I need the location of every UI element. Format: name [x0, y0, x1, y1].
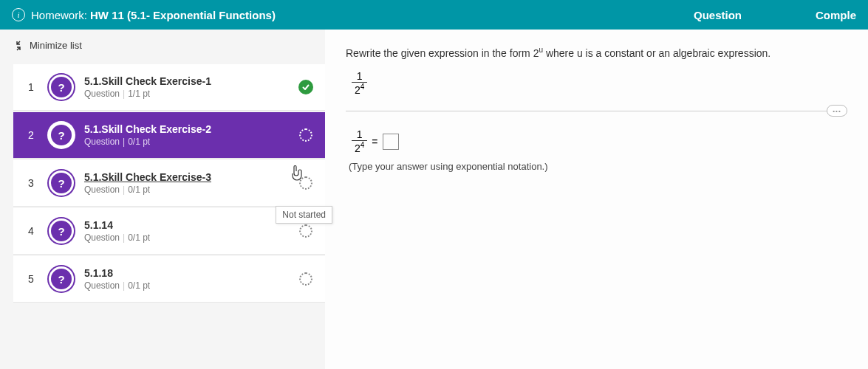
question-list-sidebar: Minimize list 1?5.1.Skill Check Exercise… — [0, 30, 325, 369]
header-homework-prefix: Homework: — [31, 9, 87, 21]
question-mark-icon: ? — [49, 123, 74, 148]
question-mark-icon: ? — [49, 170, 74, 196]
question-item-5[interactable]: 5?5.1.18Question|0/1 pt — [13, 256, 325, 303]
question-meta: Question|0/1 pt — [84, 280, 294, 291]
status-not-started-icon — [294, 176, 318, 190]
info-icon[interactable]: i — [12, 8, 25, 21]
question-title: 5.1.Skill Check Exercise-3 — [84, 171, 294, 183]
question-mark-icon: ? — [49, 266, 74, 292]
question-number: 1 — [13, 81, 49, 93]
question-mark-icon: ? — [49, 75, 74, 100]
answer-row: 1 24 = — [352, 129, 847, 154]
header-question-label: Question — [694, 9, 742, 21]
status-complete-icon — [294, 80, 318, 94]
equals-sign: = — [372, 136, 377, 148]
divider: ••• — [346, 111, 847, 111]
question-list: 1?5.1.Skill Check Exercise-1Question|1/1… — [0, 64, 325, 303]
tooltip-not-started: Not started — [276, 206, 332, 224]
question-item-2[interactable]: 2?5.1.Skill Check Exercise-2Question|0/1… — [13, 112, 325, 159]
question-title: 5.1.Skill Check Exercise-1 — [84, 75, 294, 87]
question-meta: Question|0/1 pt — [84, 184, 294, 195]
question-prompt: Rewrite the given expression in the form… — [346, 46, 847, 59]
minimize-list-label: Minimize list — [30, 40, 82, 51]
header-right-truncated: Comple — [816, 9, 856, 21]
answer-hint: (Type your answer using exponential nota… — [349, 161, 847, 172]
question-title: 5.1.Skill Check Exercise-2 — [84, 123, 294, 135]
question-item-3[interactable]: 3?5.1.Skill Check Exercise-3Question|0/1… — [13, 160, 325, 207]
question-meta: Question|1/1 pt — [84, 89, 294, 99]
status-not-started-icon — [294, 128, 318, 142]
question-title: 5.1.18 — [84, 267, 294, 279]
question-item-1[interactable]: 1?5.1.Skill Check Exercise-1Question|1/1… — [13, 64, 325, 111]
question-mark-icon: ? — [49, 218, 74, 244]
question-content: Rewrite the given expression in the form… — [325, 30, 868, 369]
status-not-started-icon — [294, 272, 318, 286]
question-number: 2 — [13, 129, 49, 141]
question-title: 5.1.14 — [84, 219, 294, 231]
answer-input[interactable] — [383, 134, 399, 150]
question-number: 3 — [13, 177, 49, 189]
section-handle[interactable]: ••• — [827, 105, 847, 117]
given-expression: 1 24 — [352, 71, 847, 96]
question-meta: Question|0/1 pt — [84, 137, 294, 147]
minimize-icon — [13, 41, 24, 51]
header-title: HW 11 (5.1- Exponential Functions) — [90, 9, 276, 21]
question-number: 5 — [13, 273, 49, 285]
minimize-list-button[interactable]: Minimize list — [0, 35, 325, 64]
question-meta: Question|0/1 pt — [84, 232, 294, 243]
status-not-started-icon — [294, 224, 318, 238]
question-number: 4 — [13, 225, 49, 237]
header-bar: i Homework: HW 11 (5.1- Exponential Func… — [0, 0, 868, 30]
